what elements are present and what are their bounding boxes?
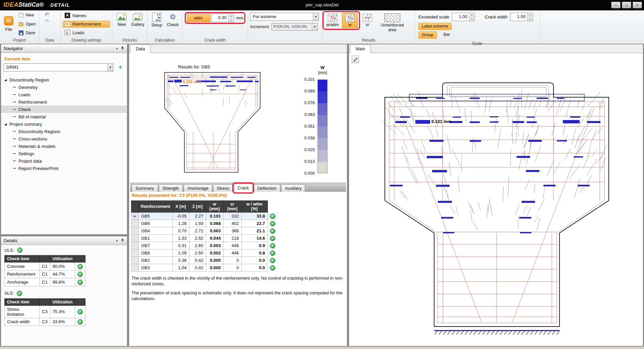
- spin-up-icon[interactable]: ▴: [469, 13, 474, 17]
- minimize-button[interactable]: –: [611, 2, 621, 8]
- tab-stress[interactable]: Stress: [213, 184, 233, 192]
- tab-main[interactable]: Main: [350, 45, 371, 53]
- file-button[interactable]: ID File: [2, 12, 15, 36]
- tab-data[interactable]: Data: [130, 45, 151, 53]
- table-row[interactable]: GB11.332.520.04421814.6: [131, 235, 278, 242]
- names-toggle[interactable]: ANames: [63, 12, 110, 19]
- tree-tick-icon: [13, 94, 16, 95]
- fit-view-button[interactable]: [352, 56, 359, 63]
- table-row[interactable]: ReinforcementC144.7%: [5, 270, 85, 278]
- tree-node-project-summary[interactable]: ◢Project summary: [1, 120, 127, 128]
- loads-toggle[interactable]: LLoads: [63, 29, 110, 36]
- collapse-chevron-icon[interactable]: ▾: [116, 47, 118, 50]
- tree-tick-icon: [13, 146, 16, 147]
- group-label-calculation: Calculation: [148, 38, 182, 44]
- current-item-select[interactable]: DRM1 ▼: [4, 63, 113, 71]
- increment-select[interactable]: P100.0%, V100.0% ▼: [272, 23, 318, 31]
- idea-app-icon: ID: [4, 16, 13, 25]
- for-extreme-select[interactable]: For extreme ▼: [250, 13, 319, 21]
- expander-icon[interactable]: ◢: [4, 78, 7, 81]
- collapse-chevron-icon[interactable]: ▾: [116, 239, 118, 242]
- table-row[interactable]: GB40.702.720.06336821.1: [131, 227, 278, 235]
- check-ok-icon: [77, 280, 83, 285]
- check-button[interactable]: ⚙ Check: [166, 12, 180, 36]
- pin-icon[interactable]: [121, 238, 124, 243]
- sidebar-item-loads[interactable]: Loads: [1, 91, 127, 98]
- reinforcement-toggle[interactable]: RReinforcement: [63, 21, 110, 27]
- crack-width-scale-stepper[interactable]: 1.00 ▴▾: [510, 13, 533, 21]
- scale-title: W: [317, 65, 328, 70]
- tab-auxiliary[interactable]: Auxiliary: [281, 184, 305, 192]
- tab-summary[interactable]: Summary: [132, 184, 158, 192]
- table-row[interactable]: ▸GB5-0.052.270.10133233.8: [131, 213, 278, 220]
- setup-button[interactable]: 1.5 90 25.8 Setup: [150, 12, 164, 36]
- chevron-down-icon: ▼: [313, 13, 318, 20]
- spin-down-icon[interactable]: ▾: [528, 17, 533, 21]
- redo-button[interactable]: ↷: [43, 19, 51, 24]
- crack-spacing-icon: [363, 14, 372, 22]
- table-row[interactable]: Crack widthC333.8%: [5, 318, 85, 326]
- open-button[interactable]: Open: [18, 22, 37, 26]
- table-row[interactable]: GB61.261.930.06840222.7: [131, 220, 278, 227]
- close-button[interactable]: ×: [633, 2, 642, 8]
- new-button[interactable]: New: [18, 13, 37, 17]
- sidebar-item-discontinuity-regions[interactable]: Discontinuity Regions: [1, 128, 127, 135]
- tab-crack[interactable]: Crack: [234, 184, 253, 192]
- tree-tick-icon: [13, 131, 16, 132]
- tab-anchorage[interactable]: Anchorage: [184, 184, 212, 192]
- pier-cap-drawing: 0.101 mm: [369, 65, 624, 344]
- expander-icon[interactable]: ◢: [4, 122, 7, 126]
- ribbon-group-scale: Exceeded scale 1.00 ▴▾ Label extreme Gro…: [415, 10, 540, 44]
- sidebar-item-bill-of-material[interactable]: Bill of material: [1, 113, 127, 120]
- tab-strength[interactable]: Strength: [159, 184, 183, 192]
- spin-up-icon[interactable]: ▴: [528, 13, 533, 17]
- table-row[interactable]: GB81.092.500.0024460.8: [131, 249, 278, 257]
- pin-icon[interactable]: [121, 46, 124, 51]
- gallery-button[interactable]: Gallery: [130, 12, 145, 36]
- group-toggle[interactable]: Group: [418, 32, 437, 39]
- ribbon-group-extreme: For extreme ▼ Increment: P100.0%, V100.0…: [248, 10, 323, 44]
- file-button-label: File: [5, 27, 12, 32]
- spin-down-icon[interactable]: ▾: [229, 18, 234, 22]
- sidebar-item-cross-sections[interactable]: Cross-sections: [1, 135, 127, 142]
- sidebar-item-project-data[interactable]: Project data: [1, 157, 127, 165]
- spin-up-icon[interactable]: ▴: [229, 14, 234, 18]
- picture-new-button[interactable]: New: [114, 12, 129, 36]
- group-label-drawing-settings: Drawing settings: [61, 38, 112, 44]
- undo-button[interactable]: ↶: [43, 12, 51, 17]
- sidebar-item-check[interactable]: Check: [1, 106, 127, 113]
- sidebar-item-reinforcement[interactable]: Reinforcement: [1, 98, 127, 106]
- w-wlim-result-button[interactable]: w/wlim: [325, 13, 341, 28]
- tree-node-discontinuity-region[interactable]: ◢Discontinuity Region: [1, 76, 127, 83]
- sidebar-item-settings[interactable]: Settings: [1, 150, 127, 157]
- sidebar-item-geometry[interactable]: Geometry: [1, 83, 127, 91]
- table-row[interactable]: AnchorageC199.8%: [5, 278, 85, 286]
- save-button[interactable]: Save: [18, 31, 37, 35]
- unreinforced-area-button[interactable]: Unreinforced area: [377, 13, 408, 33]
- table-row[interactable]: Stress limitationC375.3%: [5, 305, 85, 318]
- table-row[interactable]: ConcreteC180.0%: [5, 263, 85, 271]
- add-region-button[interactable]: +: [116, 63, 124, 71]
- maximize-button[interactable]: □: [622, 2, 631, 8]
- chevron-down-icon: ▼: [107, 64, 113, 71]
- spin-down-icon[interactable]: ▾: [469, 17, 474, 21]
- crack-value-label: 0.101 mm: [183, 79, 201, 84]
- logo-product: DETAIL: [50, 2, 70, 8]
- exceeded-scale-stepper[interactable]: 1.00 ▴▾: [452, 13, 475, 21]
- sidebar-item-materials-models[interactable]: Materials & models: [1, 142, 127, 150]
- hatched-area-icon: [384, 13, 400, 22]
- tree-tick-icon: [13, 138, 16, 139]
- scale-unit: [mm]: [317, 70, 328, 75]
- table-row[interactable]: GB70.312.600.0034460.9: [131, 242, 278, 249]
- increment-label: Increment:: [250, 24, 270, 29]
- table-row[interactable]: GB31.040.420.00000.0: [131, 264, 278, 272]
- tab-deflection[interactable]: Deflection: [253, 184, 280, 192]
- note-crack-spacing: The presentation of crack spacing is sch…: [131, 290, 347, 302]
- label-extreme-toggle[interactable]: Label extreme: [418, 23, 452, 30]
- w-result-button[interactable]: w: [342, 13, 358, 28]
- table-row[interactable]: GB20.360.420.00000.0: [131, 257, 278, 264]
- bar-toggle[interactable]: Bar: [440, 32, 453, 39]
- sidebar-item-report-preview-print[interactable]: Report Preview/Print: [1, 165, 127, 172]
- sr-result-button[interactable]: sr: [359, 13, 375, 28]
- wlim-value-stepper[interactable]: 0.30 ▴▾: [211, 14, 234, 22]
